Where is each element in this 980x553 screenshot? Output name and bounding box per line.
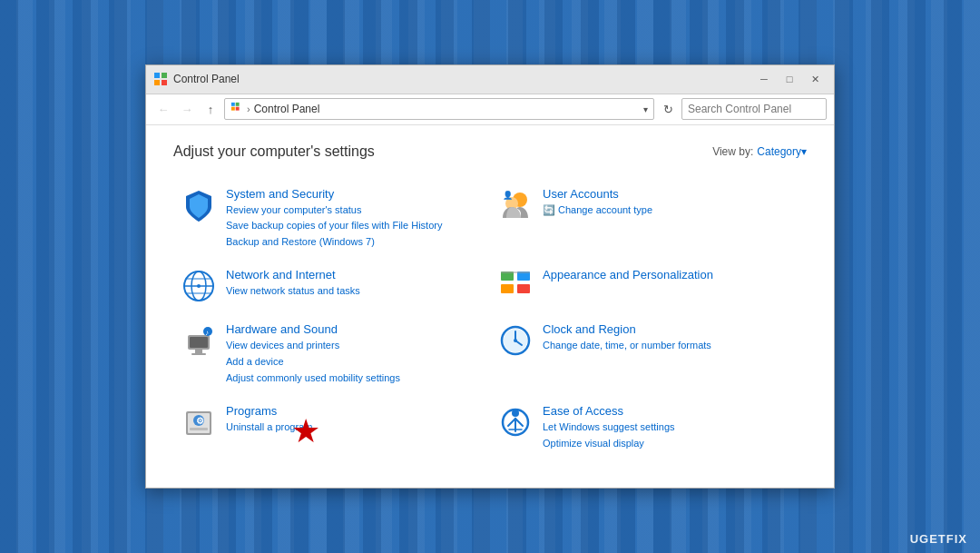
minimize-button[interactable]: ─ <box>752 70 776 88</box>
category-network: Network and Internet View network status… <box>173 259 490 313</box>
svg-rect-21 <box>501 272 530 273</box>
clock-title[interactable]: Clock and Region <box>543 322 799 336</box>
ease-icon <box>497 404 534 440</box>
svg-rect-3 <box>162 80 167 85</box>
view-by-value[interactable]: Category▾ <box>757 145 807 158</box>
category-hardware: ♪ Hardware and Sound View devices and pr… <box>173 313 490 395</box>
svg-rect-2 <box>154 80 160 85</box>
back-button[interactable]: ← <box>153 99 173 119</box>
window-title: Control Panel <box>173 73 752 85</box>
svg-text:👤: 👤 <box>503 190 514 201</box>
clock-links: Change date, time, or number formats <box>543 338 799 354</box>
appearance-title[interactable]: Appearance and Personalization <box>543 268 799 281</box>
svg-rect-24 <box>195 350 202 353</box>
hardware-icon: ♪ <box>181 322 217 359</box>
system-link-3[interactable]: Backup and Restore (Windows 7) <box>226 234 483 251</box>
svg-rect-4 <box>231 103 235 106</box>
system-link-2[interactable]: Save backup copies of your files with Fi… <box>226 218 483 234</box>
window-controls: ─ □ ✕ <box>752 70 827 88</box>
system-security-icon <box>181 187 217 223</box>
hardware-link-2[interactable]: Add a device <box>226 354 483 370</box>
title-bar: Control Panel ─ □ ✕ <box>146 65 834 94</box>
user-accounts-links: 🔄 Change account type <box>543 202 799 219</box>
refresh-button[interactable]: ↻ <box>658 99 678 119</box>
hardware-link-1[interactable]: View devices and printers <box>226 338 483 354</box>
page-title: Adjust your computer's settings <box>173 143 375 160</box>
svg-text:⚙: ⚙ <box>196 416 204 426</box>
clock-link-1[interactable]: Change date, time, or number formats <box>543 338 799 354</box>
svg-rect-23 <box>190 337 208 348</box>
user-accounts-title[interactable]: User Accounts <box>543 187 799 201</box>
ease-title[interactable]: Ease of Access <box>543 404 799 418</box>
clock-icon <box>497 322 534 359</box>
hardware-title[interactable]: Hardware and Sound <box>226 322 483 336</box>
svg-rect-7 <box>236 107 240 111</box>
category-system-security: System and Security Review your computer… <box>173 178 490 260</box>
programs-links: Uninstall a program <box>226 420 483 436</box>
category-user-accounts: 👤 User Accounts 🔄 Change account type <box>490 178 807 260</box>
svg-point-16 <box>197 284 201 288</box>
svg-rect-19 <box>501 284 514 293</box>
content-area: Adjust your computer's settings View by:… <box>146 125 834 489</box>
address-dropdown-icon[interactable]: ▾ <box>643 104 648 114</box>
address-icon <box>230 102 243 116</box>
programs-icon: ⚙ <box>181 404 217 440</box>
hardware-link-3[interactable]: Adjust commonly used mobility settings <box>226 370 483 387</box>
network-title[interactable]: Network and Internet <box>226 268 483 281</box>
ease-content: Ease of Access Let Windows suggest setti… <box>543 404 799 451</box>
svg-rect-5 <box>236 103 240 106</box>
control-panel-window: Control Panel ─ □ ✕ ← → ↑ › Control Pane… <box>145 64 835 489</box>
category-appearance: Appearance and Personalization <box>490 259 807 313</box>
user-link-1[interactable]: 🔄 Change account type <box>543 202 799 219</box>
svg-rect-20 <box>517 284 530 293</box>
address-bar: ← → ↑ › Control Panel ▾ ↻ <box>146 94 834 125</box>
programs-content: Programs Uninstall a program <box>226 404 483 436</box>
breadcrumb-text: Control Panel <box>254 103 640 115</box>
view-by-label: View by: <box>712 145 753 158</box>
user-accounts-icon: 👤 <box>497 187 534 223</box>
svg-rect-0 <box>154 73 160 78</box>
hardware-links: View devices and printers Add a device A… <box>226 338 483 386</box>
svg-rect-6 <box>231 107 235 111</box>
maximize-button[interactable]: □ <box>778 70 801 88</box>
system-link-1[interactable]: Review your computer's status <box>226 202 483 219</box>
view-by-control: View by: Category▾ <box>712 145 807 158</box>
network-icon <box>181 268 217 304</box>
system-security-title[interactable]: System and Security <box>226 187 483 201</box>
address-field[interactable]: › Control Panel ▾ <box>224 98 654 120</box>
programs-title[interactable]: Programs <box>226 404 483 418</box>
ease-links: Let Windows suggest settings Optimize vi… <box>543 420 799 451</box>
programs-link-1[interactable]: Uninstall a program <box>226 420 483 436</box>
clock-content: Clock and Region Change date, time, or n… <box>543 322 799 354</box>
content-header: Adjust your computer's settings View by:… <box>173 143 807 160</box>
svg-point-32 <box>514 339 517 342</box>
breadcrumb-arrow: › <box>247 104 250 114</box>
user-accounts-content: User Accounts 🔄 Change account type <box>543 187 799 219</box>
svg-rect-36 <box>190 428 208 430</box>
search-input[interactable] <box>681 98 827 120</box>
svg-rect-1 <box>162 73 167 78</box>
svg-rect-25 <box>191 353 206 355</box>
category-ease: Ease of Access Let Windows suggest setti… <box>490 395 807 460</box>
up-button[interactable]: ↑ <box>201 99 220 119</box>
hardware-content: Hardware and Sound View devices and prin… <box>226 322 483 386</box>
network-links: View network status and tasks <box>226 283 483 300</box>
system-security-content: System and Security Review your computer… <box>226 187 483 251</box>
svg-text:♪: ♪ <box>205 329 209 337</box>
ease-link-2[interactable]: Optimize visual display <box>543 436 799 452</box>
appearance-icon <box>497 268 534 304</box>
window-icon <box>153 72 168 86</box>
appearance-content: Appearance and Personalization <box>543 268 799 283</box>
categories-grid: System and Security Review your computer… <box>173 178 807 461</box>
forward-button[interactable]: → <box>177 99 197 119</box>
network-link-1[interactable]: View network status and tasks <box>226 283 483 300</box>
watermark: UGETFIX <box>910 532 967 546</box>
network-content: Network and Internet View network status… <box>226 268 483 300</box>
category-clock: Clock and Region Change date, time, or n… <box>490 313 807 395</box>
category-programs: ⚙ Programs Uninstall a program ★ <box>173 395 490 460</box>
close-button[interactable]: ✕ <box>803 70 827 88</box>
ease-link-1[interactable]: Let Windows suggest settings <box>543 420 799 436</box>
system-security-links: Review your computer's status Save backu… <box>226 202 483 251</box>
